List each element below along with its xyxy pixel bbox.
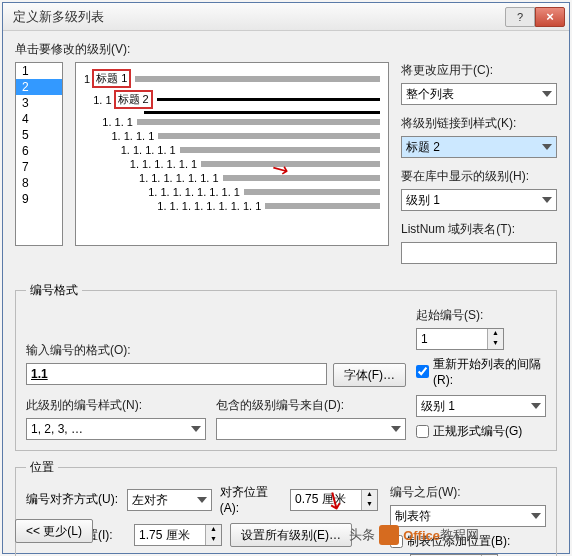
number-style-label: 此级别的编号样式(N):	[26, 397, 206, 414]
number-format-legend: 编号格式	[26, 282, 82, 299]
number-format-input[interactable]	[26, 363, 327, 385]
close-button[interactable]: ×	[535, 7, 565, 27]
include-level-label: 包含的级别编号来自(D):	[216, 397, 406, 414]
spin-up-icon[interactable]: ▲	[362, 490, 377, 500]
spin-up-icon[interactable]: ▲	[488, 329, 503, 339]
font-button[interactable]: 字体(F)…	[333, 363, 406, 387]
help-button[interactable]: ?	[505, 7, 535, 27]
include-level-select[interactable]	[216, 418, 406, 440]
restart-level-select[interactable]: 级别 1	[416, 395, 546, 417]
listnum-input[interactable]	[401, 242, 557, 264]
spin-down-icon[interactable]: ▼	[488, 339, 503, 349]
link-style-label: 将级别链接到样式(K):	[401, 115, 557, 132]
level-item-9[interactable]: 9	[16, 191, 62, 207]
number-format-label: 输入编号的格式(O):	[26, 342, 406, 359]
apply-to-label: 将更改应用于(C):	[401, 62, 557, 79]
office-logo-icon	[379, 525, 399, 545]
preview-heading-2: 标题 2	[114, 90, 153, 109]
start-number-spinner[interactable]: ▲▼	[416, 328, 504, 350]
level-listbox[interactable]: 123456789	[15, 62, 63, 246]
library-level-label: 要在库中显示的级别(H):	[401, 168, 557, 185]
library-level-select[interactable]: 级别 1	[401, 189, 557, 211]
less-button[interactable]: << 更少(L)	[15, 519, 93, 543]
align-label: 编号对齐方式(U):	[26, 491, 119, 508]
link-style-select[interactable]: 标题 2	[401, 136, 557, 158]
watermark: 头条 Office 教程网	[349, 525, 479, 545]
restart-checkbox[interactable]	[416, 365, 429, 378]
align-at-label: 对齐位置(A):	[220, 484, 282, 515]
preview-heading-1: 标题 1	[92, 69, 131, 88]
level-item-3[interactable]: 3	[16, 95, 62, 111]
spin-down-icon[interactable]: ▼	[362, 500, 377, 510]
level-list-label: 单击要修改的级别(V):	[15, 41, 557, 58]
position-legend: 位置	[26, 459, 58, 476]
level-item-5[interactable]: 5	[16, 127, 62, 143]
align-select[interactable]: 左对齐	[127, 489, 212, 511]
follow-number-label: 编号之后(W):	[390, 484, 546, 501]
restart-label: 重新开始列表的间隔(R):	[433, 356, 546, 387]
number-style-select[interactable]: 1, 2, 3, …	[26, 418, 206, 440]
level-preview: 1 标题 1 1. 1 标题 2 1. 1. 1 1. 1. 1. 1 1. 1…	[75, 62, 389, 246]
apply-to-select[interactable]: 整个列表	[401, 83, 557, 105]
level-item-6[interactable]: 6	[16, 143, 62, 159]
level-item-1[interactable]: 1	[16, 63, 62, 79]
level-item-2[interactable]: 2	[16, 79, 62, 95]
dialog-title: 定义新多级列表	[13, 8, 505, 26]
start-number-label: 起始编号(S):	[416, 307, 546, 324]
legal-format-label: 正规形式编号(G)	[433, 423, 522, 440]
titlebar: 定义新多级列表 ? ×	[3, 3, 569, 31]
legal-format-checkbox[interactable]	[416, 425, 429, 438]
listnum-label: ListNum 域列表名(T):	[401, 221, 557, 238]
level-item-4[interactable]: 4	[16, 111, 62, 127]
level-item-7[interactable]: 7	[16, 159, 62, 175]
level-item-8[interactable]: 8	[16, 175, 62, 191]
